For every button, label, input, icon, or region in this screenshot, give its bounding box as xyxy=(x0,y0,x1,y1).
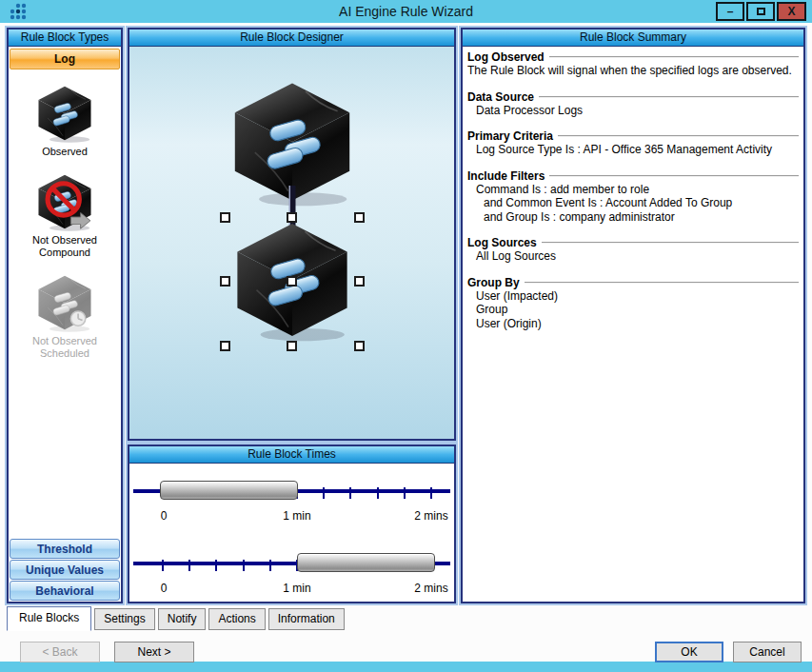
tick-label: 2 mins xyxy=(414,582,447,595)
summary-section-log-observed: Log Observed The Rule Block will signal … xyxy=(467,50,799,78)
section-line: User (Origin) xyxy=(467,317,799,331)
selection-handle[interactable] xyxy=(287,341,297,351)
next-button[interactable]: Next > xyxy=(114,642,194,662)
section-line: User (Impacted) xyxy=(467,289,799,304)
summary-body: Log Observed The Rule Block will signal … xyxy=(463,47,803,602)
section-title: Log Sources xyxy=(467,236,537,249)
ok-button[interactable]: OK xyxy=(655,642,723,662)
type-item-label: Not Observed Scheduled xyxy=(15,335,114,360)
rule-block-types-header: Rule Block Types xyxy=(9,30,121,47)
selection-handle[interactable] xyxy=(287,276,297,287)
log-type-button[interactable]: Log xyxy=(10,49,120,69)
tick-label: 1 min xyxy=(283,509,310,523)
rule-block-times-panel: Rule Block Times 0 1 min 2 mins xyxy=(128,445,456,603)
not-observed-scheduled-icon xyxy=(34,272,95,333)
maximize-button[interactable] xyxy=(746,2,775,21)
tab-rule-blocks[interactable]: Rule Blocks xyxy=(7,606,91,631)
section-line: Log Source Type Is : API - Office 365 Ma… xyxy=(467,143,799,157)
section-title: Include Filters xyxy=(467,169,545,183)
tick-label: 1 min xyxy=(283,582,310,595)
type-item-observed[interactable]: Observed xyxy=(15,83,114,158)
tab-information[interactable]: Information xyxy=(268,608,345,630)
section-divider xyxy=(558,135,799,137)
designer-column: Rule Block Designer xyxy=(128,28,456,603)
section-title: Data Source xyxy=(467,90,534,104)
selection-handle[interactable] xyxy=(287,212,297,223)
selection-handle[interactable] xyxy=(220,212,230,223)
summary-section-group-by: Group By User (Impacted) Group User (Ori… xyxy=(467,276,799,331)
type-item-not-observed-scheduled: Not Observed Scheduled xyxy=(15,272,114,360)
rule-block-times-header: Rule Block Times xyxy=(129,446,454,464)
times-body: 0 1 min 2 mins 0 1 min 2 mins xyxy=(129,464,454,602)
close-icon: X xyxy=(787,5,795,18)
section-line: Group xyxy=(467,303,799,317)
tick-label: 0 xyxy=(161,509,168,523)
selection-handle[interactable] xyxy=(354,276,365,287)
unique-values-button[interactable]: Unique Values xyxy=(10,560,120,580)
selection-handle[interactable] xyxy=(354,341,365,351)
not-observed-compound-icon xyxy=(34,171,95,232)
summary-section-log-sources: Log Sources All Log Sources xyxy=(467,236,799,264)
section-line: Command Is : add member to role xyxy=(467,183,799,197)
behavioral-button[interactable]: Behavioral xyxy=(10,581,120,601)
category-buttons: Threshold Unique Values Behavioral xyxy=(9,538,121,602)
section-divider xyxy=(525,282,799,284)
section-divider xyxy=(539,96,799,98)
time-range-bar-2[interactable] xyxy=(297,553,435,572)
tick-label: 0 xyxy=(161,582,168,595)
tab-notify[interactable]: Notify xyxy=(158,608,207,630)
time-slider-1: 0 1 min 2 mins xyxy=(131,473,452,532)
close-button[interactable]: X xyxy=(777,2,806,21)
section-title: Log Observed xyxy=(467,50,545,64)
wizard-tabs: Rule Blocks Settings Notify Actions Info… xyxy=(7,605,805,630)
section-line: Data Processor Logs xyxy=(467,104,799,118)
ai-engine-rule-wizard-window: AI Engine Rule Wizard – X Rule Block Typ… xyxy=(0,0,812,672)
time-slider-2: 0 1 min 2 mins xyxy=(131,545,452,604)
minimize-icon: – xyxy=(727,5,734,18)
section-line: All Log Sources xyxy=(467,249,799,264)
selection-handle[interactable] xyxy=(354,212,365,223)
time-range-bar-1[interactable] xyxy=(160,481,298,500)
rule-block-types-panel: Rule Block Types Log Observed Not Observ… xyxy=(7,28,123,603)
button-row: < Back Next > OK Cancel xyxy=(7,642,805,662)
summary-section-include-filters: Include Filters Command Is : add member … xyxy=(467,169,799,225)
section-title: Group By xyxy=(467,276,520,289)
rule-block-summary-panel: Rule Block Summary Log Observed The Rule… xyxy=(461,28,805,603)
observed-cube-icon xyxy=(34,83,95,144)
tab-settings[interactable]: Settings xyxy=(94,608,154,630)
section-line: and Group Is : company administrator xyxy=(467,210,799,225)
summary-section-data-source: Data Source Data Processor Logs xyxy=(467,90,799,118)
section-divider xyxy=(542,242,799,244)
section-line: The Rule Block will signal when the spec… xyxy=(467,64,799,78)
type-item-not-observed-compound[interactable]: Not Observed Compound xyxy=(15,171,114,259)
maximize-icon xyxy=(757,8,765,15)
section-title: Primary Criteria xyxy=(467,129,553,143)
rule-block-designer-panel: Rule Block Designer xyxy=(128,28,456,441)
rule-block-type-list: Observed Not Observed Compound Not Obser… xyxy=(9,71,121,538)
selected-log-block[interactable] xyxy=(222,214,363,349)
rule-block-summary-header: Rule Block Summary xyxy=(463,30,803,47)
cancel-button[interactable]: Cancel xyxy=(733,642,802,662)
window-title: AI Engine Rule Wizard xyxy=(0,4,812,19)
selection-handle[interactable] xyxy=(220,276,230,287)
section-divider xyxy=(549,56,799,58)
section-line: and Common Event Is : Account Added To G… xyxy=(467,196,799,210)
minimize-button[interactable]: – xyxy=(716,2,744,21)
tick-label: 2 mins xyxy=(414,509,447,523)
rule-block-designer-header: Rule Block Designer xyxy=(129,30,454,47)
wizard-content: Rule Block Types Log Observed Not Observ… xyxy=(0,23,812,662)
designer-canvas[interactable] xyxy=(129,47,454,439)
type-item-label: Not Observed Compound xyxy=(15,234,114,259)
section-divider xyxy=(549,175,799,177)
back-button[interactable]: < Back xyxy=(20,642,100,662)
titlebar: AI Engine Rule Wizard – X xyxy=(0,0,812,23)
type-item-label: Observed xyxy=(15,146,114,158)
tab-actions[interactable]: Actions xyxy=(208,608,265,630)
summary-section-primary-criteria: Primary Criteria Log Source Type Is : AP… xyxy=(467,129,799,157)
threshold-button[interactable]: Threshold xyxy=(10,539,120,559)
selection-handle[interactable] xyxy=(220,341,230,351)
